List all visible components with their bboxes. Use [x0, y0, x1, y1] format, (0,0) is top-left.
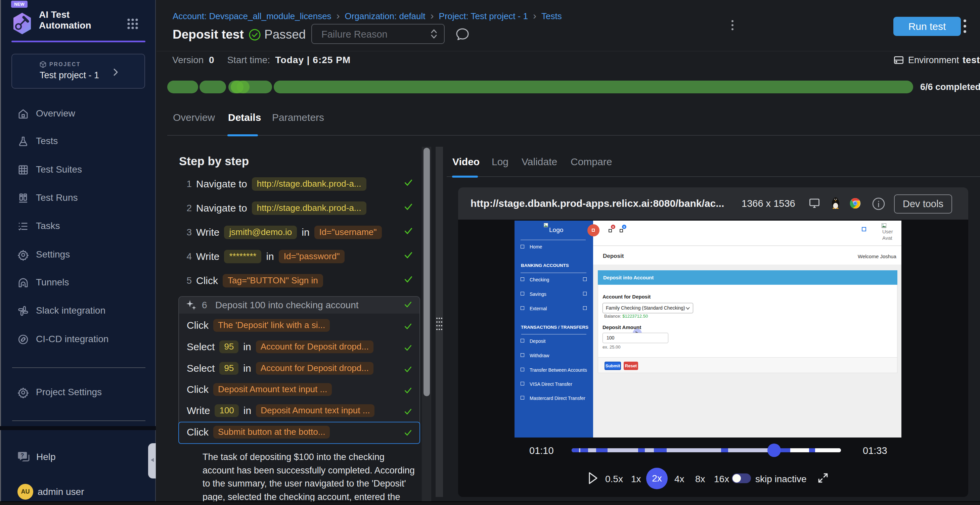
svg-text:?: ? — [21, 452, 24, 459]
